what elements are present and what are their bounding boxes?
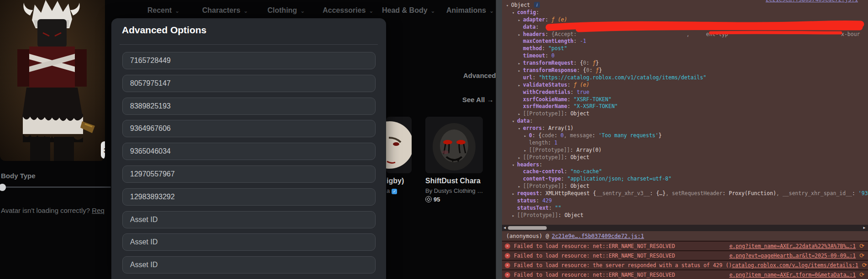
tree-gkey: setRequestHeader bbox=[672, 190, 722, 196]
tree-obj: { bbox=[539, 132, 542, 139]
expand-open-icon[interactable]: ▾ bbox=[512, 10, 517, 17]
expand-open-icon[interactable]: ▾ bbox=[518, 125, 523, 133]
tree-gkey: 0 bbox=[583, 60, 586, 66]
toggle-3d-button[interactable]: 3D bbox=[101, 141, 105, 159]
asset-id-input[interactable] bbox=[122, 75, 376, 92]
roblox-page: Recent⌄Characters⌄Clothing⌄Accessories⌄H… bbox=[0, 0, 496, 279]
tree-key: timeout bbox=[523, 52, 545, 59]
tab-animations[interactable]: Animations⌄ bbox=[446, 6, 494, 15]
asset-id-input[interactable] bbox=[122, 120, 376, 137]
asset-id-input[interactable] bbox=[122, 165, 376, 183]
see-all-link[interactable]: See All → bbox=[462, 96, 494, 103]
help-text: Avatar isn't loading correctly? bbox=[1, 207, 92, 214]
expand-open-icon[interactable]: ▾ bbox=[506, 2, 511, 10]
avatar-help-text: Avatar isn't loading correctly? Req bbox=[1, 207, 111, 214]
tree-obj: Object bbox=[565, 212, 584, 218]
chevron-down-icon: ⌄ bbox=[369, 8, 373, 14]
console-error-row: ✕Failed to load resource: the server res… bbox=[502, 260, 868, 269]
tree-fragment: x-bour bbox=[841, 31, 860, 38]
asset-id-input-empty[interactable] bbox=[122, 211, 376, 228]
expand-closed-icon[interactable]: ▸ bbox=[518, 155, 523, 162]
scrollbar-thumb[interactable] bbox=[508, 226, 547, 230]
tree-sep: : bbox=[567, 82, 574, 88]
tree-key: data bbox=[523, 24, 536, 30]
expand-closed-icon[interactable]: ▸ bbox=[512, 191, 517, 198]
tree-str: "X-XSRF-TOKEN" bbox=[574, 103, 618, 109]
asset-id-input-empty[interactable] bbox=[122, 256, 376, 274]
expand-closed-icon[interactable]: ▸ bbox=[512, 212, 517, 220]
expand-closed-icon[interactable]: ▸ bbox=[524, 133, 529, 140]
asset-id-input[interactable] bbox=[122, 143, 376, 160]
asset-id-input[interactable] bbox=[122, 188, 376, 206]
asset-id-input[interactable] bbox=[122, 98, 376, 115]
catalog-card-creator[interactable]: By Dustys Clothing … bbox=[425, 187, 483, 194]
expand-closed-icon[interactable]: ▸ bbox=[518, 17, 523, 24]
expand-open-icon[interactable]: ▾ bbox=[512, 118, 517, 125]
tree-gkey: , bbox=[776, 190, 783, 196]
console-tree-row: maxContentLength: -1 bbox=[502, 38, 868, 45]
tab-clothing[interactable]: Clothing⌄ bbox=[267, 6, 305, 15]
catalog-card-image[interactable] bbox=[386, 117, 412, 173]
tree-sep: : bbox=[570, 147, 576, 153]
retry-icon[interactable]: ⟳ bbox=[862, 261, 867, 269]
screen: Recent⌄Characters⌄Clothing⌄Accessories⌄H… bbox=[0, 0, 868, 279]
tree-obj: { bbox=[583, 67, 586, 73]
avatar-head bbox=[37, 19, 67, 47]
asset-id-input[interactable] bbox=[122, 52, 376, 69]
scroll-left-icon[interactable]: ◀ bbox=[502, 225, 507, 231]
tree-gkey: , bbox=[564, 132, 570, 139]
tab-recent[interactable]: Recent⌄ bbox=[147, 6, 179, 15]
avatar-reload-link[interactable]: Req bbox=[92, 207, 105, 214]
expand-closed-icon[interactable]: ▸ bbox=[518, 67, 523, 75]
tab-characters[interactable]: Characters⌄ bbox=[202, 6, 248, 15]
tree-sep: : bbox=[545, 16, 551, 23]
tree-key: withCredentials bbox=[523, 89, 570, 95]
stack-source-link[interactable]: 2c21e9e….f5b037409cde72.js:1 bbox=[552, 233, 644, 239]
body-type-slider[interactable] bbox=[0, 186, 111, 188]
catalog-card-image[interactable] bbox=[425, 117, 483, 173]
tree-obj: } bbox=[659, 132, 662, 139]
tree-key: content-type bbox=[523, 176, 561, 182]
tree-key: transformResponse bbox=[523, 67, 577, 73]
expand-closed-icon[interactable]: ▸ bbox=[518, 60, 523, 67]
error-message: Failed to load resource: net::ERR_NAME_N… bbox=[514, 243, 675, 249]
console-tree: ▾Objecti▾config:▸adapter: ƒ (e)data: ▸he… bbox=[502, 2, 868, 219]
tree-sep: : bbox=[542, 45, 549, 52]
expand-open-icon[interactable]: ▾ bbox=[512, 162, 517, 169]
scroll-right-icon[interactable]: ▶ bbox=[862, 225, 867, 231]
devtools-splitter[interactable] bbox=[496, 0, 502, 279]
tree-str: "" bbox=[555, 205, 561, 211]
horizontal-scrollbar[interactable]: ◀ ▶ bbox=[502, 225, 868, 231]
retry-icon[interactable]: ⟳ bbox=[859, 242, 864, 250]
catalog-card-creator[interactable]: a✓ bbox=[387, 187, 397, 194]
tree-key: validateStatus bbox=[523, 82, 567, 88]
body-type-slider-handle[interactable] bbox=[0, 184, 6, 191]
error-icon: ✕ bbox=[505, 272, 510, 278]
tab-head-body[interactable]: Head & Body⌄ bbox=[382, 6, 435, 15]
catalog-card-label[interactable]: ShiftDust Chara bbox=[425, 177, 481, 185]
expand-closed-icon[interactable]: ▸ bbox=[518, 111, 523, 118]
error-source-link[interactable]: catalog.roblox.com/v…log/items/details:1 bbox=[732, 262, 858, 269]
console-tree-row: withCredentials: true bbox=[502, 89, 868, 96]
tree-key: status bbox=[517, 197, 536, 204]
tree-sep: : bbox=[852, 190, 858, 196]
tab-label: Recent bbox=[147, 6, 172, 14]
error-source-link[interactable]: e.png?item_name=AXEr…22data%22%3A%7B%…:1 bbox=[729, 243, 856, 249]
error-source-link[interactable]: e.png?evt=pageHeartb…ar&lt=2025-09-09…:1 bbox=[729, 253, 856, 259]
expand-closed-icon[interactable]: ▸ bbox=[518, 183, 523, 191]
retry-icon[interactable]: ⟳ bbox=[859, 270, 864, 279]
tree-gkey: __sentry_xhr_span_id__ bbox=[783, 190, 852, 196]
expand-closed-icon[interactable]: ▸ bbox=[518, 31, 523, 39]
tree-sep: : bbox=[567, 103, 574, 109]
tab-accessories[interactable]: Accessories⌄ bbox=[323, 6, 373, 15]
error-source-link[interactable]: e.png?item_name=AXEr…tform=0&metaData…:1 bbox=[729, 272, 856, 278]
avatar-viewer[interactable]: 3D bbox=[0, 0, 105, 161]
console-tree-row: content-type: "application/json; charset… bbox=[502, 176, 868, 183]
asset-id-input-empty[interactable] bbox=[122, 233, 376, 251]
tree-num: -1 bbox=[580, 38, 586, 44]
catalog-card-label[interactable]: igby) bbox=[387, 177, 404, 185]
retry-icon[interactable]: ⟳ bbox=[859, 251, 864, 260]
tree-sep: : bbox=[554, 132, 560, 139]
expand-closed-icon[interactable]: ▸ bbox=[518, 82, 523, 89]
expand-closed-icon[interactable]: ▸ bbox=[524, 147, 529, 155]
